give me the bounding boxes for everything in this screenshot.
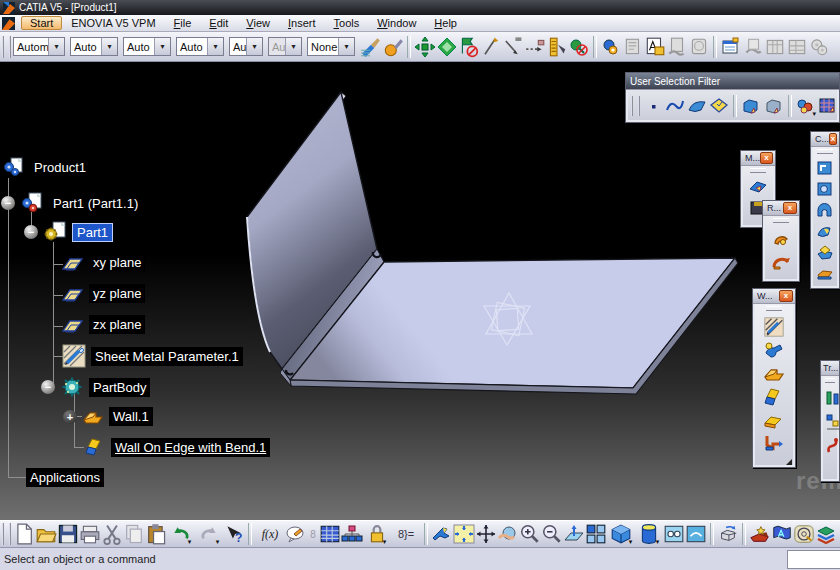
catalog-mini-icon[interactable]: 8 bbox=[307, 522, 319, 546]
palette-drag-handle[interactable] bbox=[766, 306, 782, 311]
swap-space-icon[interactable] bbox=[685, 522, 707, 546]
wall-icon[interactable] bbox=[763, 365, 785, 383]
new-document-icon[interactable] bbox=[13, 522, 35, 546]
plane-icon[interactable] bbox=[62, 254, 84, 272]
structure-icon[interactable] bbox=[341, 522, 363, 546]
form-icon[interactable] bbox=[720, 35, 742, 59]
filter-combo-3[interactable]: Auto ▾ bbox=[123, 37, 171, 56]
tree-node-part1[interactable]: − Part1 bbox=[24, 221, 113, 243]
zoom-in-icon[interactable] bbox=[519, 522, 541, 546]
undo-button[interactable]: ▾ bbox=[167, 522, 195, 546]
point-filter-icon[interactable] bbox=[642, 94, 664, 118]
walls-toolbar[interactable]: W... x bbox=[752, 288, 796, 468]
flat-stamp-icon[interactable] bbox=[816, 265, 834, 281]
document-a-icon[interactable] bbox=[644, 35, 666, 59]
collapse-handle[interactable]: − bbox=[1, 196, 15, 210]
pattern-icon[interactable] bbox=[825, 437, 840, 455]
plane-icon[interactable] bbox=[62, 285, 84, 303]
tree-node-wall1[interactable]: + Wall.1 bbox=[63, 407, 153, 426]
chevron-down-icon[interactable]: ▾ bbox=[101, 38, 117, 55]
menu-enovia[interactable]: ENOVIA V5 VPM bbox=[62, 16, 164, 30]
wall-on-edge-icon[interactable] bbox=[763, 387, 785, 407]
c-toolbar[interactable]: C... x bbox=[810, 131, 840, 289]
close-icon[interactable]: x bbox=[829, 133, 837, 145]
knowledge-advisor-icon[interactable] bbox=[749, 522, 771, 546]
collapse-handle[interactable]: − bbox=[41, 380, 55, 394]
exploded-view-icon[interactable] bbox=[717, 522, 739, 546]
palette-title-bar[interactable]: M... x bbox=[741, 151, 775, 166]
palette-title-bar[interactable]: R... x bbox=[763, 201, 799, 216]
tree-node-yz-plane[interactable]: yz plane bbox=[62, 284, 145, 303]
diamond-stamp-icon[interactable] bbox=[816, 244, 834, 260]
toolbar-drag-handle[interactable] bbox=[2, 523, 11, 545]
tree-node-zx-plane[interactable]: zx plane bbox=[62, 315, 145, 334]
chevron-down-icon[interactable]: ▾ bbox=[656, 538, 660, 546]
sheet-metal-parameters-icon[interactable] bbox=[763, 317, 785, 337]
toolbar-drag-handle[interactable] bbox=[631, 96, 640, 116]
wall-on-edge-icon[interactable] bbox=[84, 437, 106, 457]
shading-button[interactable]: ▾ bbox=[635, 522, 663, 546]
filter-combo-4[interactable]: Auto ▾ bbox=[176, 37, 224, 56]
expand-handle[interactable]: + bbox=[63, 410, 77, 424]
menu-start[interactable]: Start bbox=[21, 16, 62, 30]
fit-all-in-icon[interactable] bbox=[453, 522, 475, 546]
measure-list-icon[interactable] bbox=[546, 35, 568, 59]
volume-filter-2-icon[interactable] bbox=[762, 94, 784, 118]
filter-combo-5[interactable]: Aut ▾ bbox=[229, 37, 263, 56]
whats-this-icon[interactable]: ? bbox=[223, 522, 245, 546]
bend-icon[interactable] bbox=[771, 229, 791, 249]
tree-node-xy-plane[interactable]: xy plane bbox=[62, 253, 145, 272]
normal-view-icon[interactable] bbox=[563, 522, 585, 546]
product-icon[interactable] bbox=[3, 157, 25, 177]
unfold-bend-icon[interactable] bbox=[771, 252, 791, 272]
filter-combo-1[interactable]: Autom ▾ bbox=[13, 37, 65, 56]
feature-filter-icon[interactable] bbox=[708, 94, 730, 118]
curve-filter-icon[interactable] bbox=[664, 94, 686, 118]
knowledge-expert-icon[interactable] bbox=[771, 522, 793, 546]
menu-tools[interactable]: Tools bbox=[325, 16, 369, 30]
menu-edit[interactable]: Edit bbox=[200, 16, 237, 30]
paint-face-icon[interactable] bbox=[382, 35, 404, 59]
user-selection-filter-toolbar[interactable]: User Selection Filter ▾ bbox=[625, 72, 840, 123]
filter-combo-2[interactable]: Auto ▾ bbox=[70, 37, 118, 56]
part-instance-icon[interactable] bbox=[20, 192, 44, 214]
formula-icon[interactable]: f(x) bbox=[255, 522, 285, 546]
tree-node-applications[interactable]: Applications bbox=[26, 468, 104, 487]
corner-icon[interactable] bbox=[816, 160, 834, 176]
recognize-icon[interactable] bbox=[763, 341, 785, 361]
chevron-down-icon[interactable]: ▾ bbox=[629, 538, 633, 546]
compass-manipulation-icon[interactable] bbox=[414, 35, 436, 59]
hopper-icon[interactable] bbox=[763, 433, 785, 453]
tr-toolbar[interactable]: Tr... bbox=[820, 360, 840, 482]
pick-arrow-icon[interactable] bbox=[480, 35, 502, 59]
zoom-out-icon[interactable] bbox=[541, 522, 563, 546]
sheet-metal-parameters-icon[interactable] bbox=[62, 344, 86, 368]
dotted-arrow-icon[interactable] bbox=[524, 35, 546, 59]
multi-view-icon[interactable] bbox=[585, 522, 607, 546]
chevron-down-icon[interactable]: ▾ bbox=[188, 538, 192, 546]
chevron-down-icon[interactable]: ▾ bbox=[48, 38, 64, 55]
menu-window[interactable]: Window bbox=[368, 16, 425, 30]
snap-diamond-icon[interactable] bbox=[436, 35, 458, 59]
translate-icon[interactable] bbox=[825, 389, 840, 407]
close-icon[interactable]: x bbox=[779, 290, 793, 302]
close-icon[interactable]: x bbox=[783, 202, 797, 214]
menu-view[interactable]: View bbox=[237, 16, 279, 30]
grid-filter-icon[interactable] bbox=[817, 94, 839, 118]
catalog-browser-icon[interactable] bbox=[815, 522, 837, 546]
hole-icon[interactable] bbox=[816, 181, 834, 197]
rules-list-icon[interactable]: 8}= bbox=[391, 522, 421, 546]
chevron-down-icon[interactable]: ▾ bbox=[338, 38, 354, 55]
tree-node-wall-on-edge[interactable]: Wall On Edge with Bend.1 bbox=[84, 437, 270, 457]
knowledge-gear-icon[interactable] bbox=[600, 35, 622, 59]
rotate-icon[interactable] bbox=[497, 522, 519, 546]
paintbrush-icon[interactable] bbox=[360, 35, 382, 59]
chevron-down-icon[interactable]: ▾ bbox=[383, 538, 387, 546]
palette-title-bar[interactable]: User Selection Filter bbox=[626, 73, 839, 90]
tree-node-sheet-metal-parameter[interactable]: Sheet Metal Parameter.1 bbox=[62, 344, 243, 368]
dome-stamp-icon[interactable] bbox=[816, 223, 834, 239]
close-icon[interactable]: x bbox=[760, 152, 773, 164]
design-table-icon[interactable] bbox=[319, 522, 341, 546]
palette-title-bar[interactable]: Tr... bbox=[821, 361, 839, 376]
cut-icon[interactable] bbox=[101, 522, 123, 546]
